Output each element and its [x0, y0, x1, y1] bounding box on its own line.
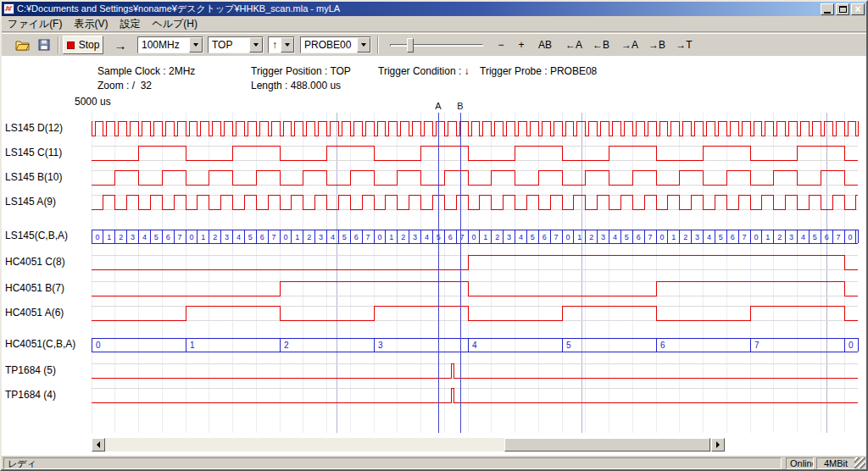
goto-next-b-button[interactable]: →B [644, 36, 670, 54]
slider-thumb[interactable] [407, 38, 414, 53]
chevron-down-icon [285, 43, 290, 47]
channel-label: HC4051 C(8) [5, 256, 65, 268]
menu-item-help[interactable]: ヘルプ(H) [146, 15, 203, 33]
zoom-in-button[interactable]: + [512, 36, 531, 54]
close-icon: × [854, 5, 860, 14]
toolbar: Stop → 100MHz TOP ↑ PROBE00 − + AB ←A ←B… [2, 33, 866, 56]
toolbar-separator [377, 36, 379, 53]
stop-button[interactable]: Stop [63, 36, 103, 54]
status-memory: 4MBit [816, 457, 855, 469]
save-button[interactable] [34, 36, 54, 54]
scroll-left-button[interactable] [92, 438, 105, 452]
trigger-edge-combo[interactable]: ↑ [268, 36, 295, 53]
zoom-slider[interactable] [385, 38, 488, 53]
menu-item-file[interactable]: ファイル(F) [2, 15, 68, 33]
sample-clock-dropdown-button[interactable] [189, 37, 203, 53]
stop-icon [67, 42, 75, 49]
title-bar: C:¥Documents and Settings¥noname¥デスクトップ¥… [2, 2, 866, 16]
channel-label: HC4051(C,B,A) [5, 338, 75, 350]
channel-label: LS145 B(10) [5, 171, 62, 183]
open-button[interactable] [12, 36, 32, 54]
channel-label: HC4051 B(7) [5, 282, 64, 294]
timeline-start-label: 5000 us [75, 96, 111, 108]
slider-groove [390, 44, 483, 47]
arrow-right-icon [716, 441, 720, 448]
channel-label: LS145 D(12) [5, 122, 63, 134]
trigger-position-info: Trigger Position : TOP [251, 65, 351, 77]
window-controls: × [821, 3, 866, 15]
maximize-button[interactable] [836, 3, 849, 15]
trigger-position-value: TOP [212, 39, 248, 51]
goto-prev-a-button[interactable]: ←A [561, 36, 587, 54]
minimize-icon [824, 12, 831, 14]
status-ready: レディ [3, 457, 782, 469]
channel-label: HC4051 A(6) [5, 307, 64, 319]
channel-label: LS145 C(11) [5, 147, 62, 158]
trigger-probe-dropdown-button[interactable] [357, 37, 370, 53]
trigger-probe-combo[interactable]: PROBE00 [300, 36, 371, 53]
menu-bar: ファイル(F) 表示(V) 設定 ヘルプ(H) [2, 16, 866, 32]
trigger-position-dropdown-button[interactable] [249, 37, 263, 53]
zoom-info: Zoom : / 32 [97, 80, 152, 91]
trigger-probe-info: Trigger Probe : PROBE08 [480, 65, 597, 77]
chevron-down-icon [253, 43, 259, 47]
open-folder-icon [15, 39, 30, 51]
chevron-down-icon [361, 43, 366, 47]
trigger-edge-value: ↑ [272, 39, 280, 51]
status-bar: レディ Online 4MBit [2, 455, 866, 469]
channel-label: TP1684 (5) [5, 364, 56, 376]
goto-trigger-button[interactable]: →T [671, 36, 697, 54]
run-arrow-button[interactable]: → [110, 36, 131, 54]
channel-label: LS145(C,B,A) [5, 230, 68, 241]
menu-item-settings[interactable]: 設定 [114, 15, 146, 33]
resize-grip[interactable] [854, 457, 865, 468]
stop-label: Stop [79, 39, 100, 51]
maximize-icon [839, 6, 847, 13]
status-online: Online [786, 457, 814, 469]
menu-item-view[interactable]: 表示(V) [68, 15, 114, 33]
sample-clock-value: 100MHz [142, 39, 188, 51]
zoom-out-button[interactable]: − [492, 36, 510, 54]
channel-label: TP1684 (4) [5, 389, 56, 401]
toolbar-separator [58, 36, 59, 53]
sample-clock-combo[interactable]: 100MHz [137, 36, 203, 53]
waveform-client-area[interactable] [2, 56, 866, 455]
trigger-condition-info: Trigger Condition : ↓ [378, 65, 470, 77]
arrow-left-icon [97, 441, 100, 448]
close-button[interactable]: × [851, 3, 865, 15]
save-floppy-icon [38, 39, 50, 51]
scroll-right-button[interactable] [711, 438, 725, 452]
goto-prev-b-button[interactable]: ←B [588, 36, 614, 54]
app-icon[interactable] [3, 3, 14, 14]
chevron-down-icon [193, 43, 198, 47]
goto-next-a-button[interactable]: →A [617, 36, 643, 54]
trigger-edge-dropdown-button[interactable] [281, 37, 294, 53]
ab-button[interactable]: AB [532, 36, 558, 54]
trigger-probe-value: PROBE00 [304, 39, 356, 51]
length-info: Length : 488.000 us [251, 80, 341, 91]
scroll-thumb[interactable] [504, 438, 710, 452]
horizontal-scrollbar[interactable] [92, 438, 725, 452]
sample-clock-info: Sample Clock : 2MHz [97, 65, 195, 77]
channel-label: LS145 A(9) [5, 196, 56, 208]
window-title: C:¥Documents and Settings¥noname¥デスクトップ¥… [17, 3, 340, 15]
minimize-button[interactable] [821, 3, 834, 15]
trigger-position-combo[interactable]: TOP [208, 36, 264, 53]
